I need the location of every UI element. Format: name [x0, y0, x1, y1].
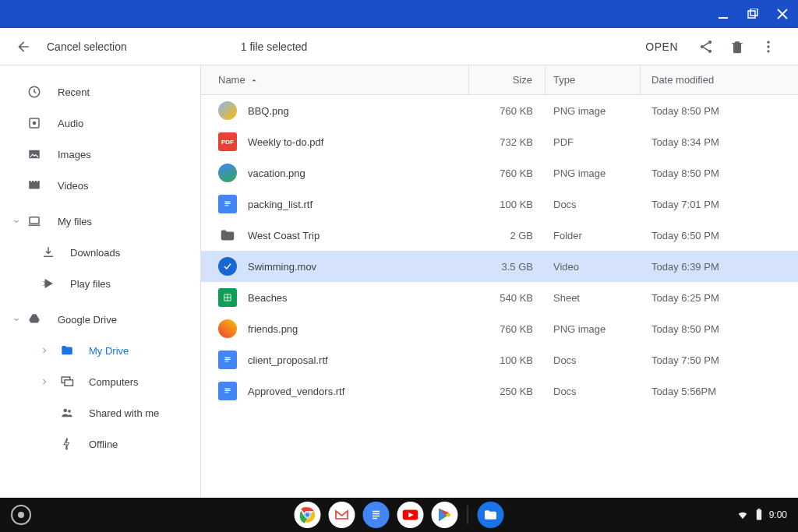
file-date: Today 8:50 PM	[641, 105, 798, 117]
file-row[interactable]: friends.png760 KBPNG imageToday 8:50 PM	[201, 313, 798, 344]
chrome-app-icon[interactable]	[295, 502, 321, 528]
file-date: Today 8:50 PM	[641, 167, 798, 179]
file-name: Beaches	[248, 292, 288, 304]
file-name: West Coast Trip	[248, 230, 320, 241]
chevron-down-icon	[9, 217, 23, 226]
sidebar-item-audio[interactable]: Audio	[0, 107, 200, 139]
share-icon[interactable]	[690, 31, 722, 62]
sidebar-item-label: Play files	[70, 278, 111, 290]
chevron-down-icon	[9, 315, 23, 324]
shelf: 9:00	[0, 498, 798, 532]
file-row[interactable]: BBQ.png760 KBPNG imageToday 8:50 PM	[201, 95, 798, 126]
delete-icon[interactable]	[722, 31, 753, 62]
cancel-selection-label[interactable]: Cancel selection	[47, 41, 127, 53]
selected-check-icon	[218, 257, 237, 276]
sheet-icon	[218, 288, 237, 307]
svg-point-21	[64, 409, 68, 413]
sidebar: Recent Audio Images Videos My files Down…	[0, 65, 201, 498]
doc-icon	[218, 382, 237, 400]
maximize-button[interactable]	[743, 5, 762, 23]
sidebar-item-recent[interactable]: Recent	[0, 76, 200, 107]
clock-label: 9:00	[769, 509, 787, 520]
column-size[interactable]: Size	[469, 65, 546, 94]
play-store-app-icon[interactable]	[432, 502, 458, 528]
images-icon	[26, 146, 42, 162]
sidebar-item-label: Shared with me	[89, 407, 159, 419]
sidebar-item-label: Recent	[58, 86, 90, 98]
drive-icon	[26, 312, 42, 327]
file-row[interactable]: vacation.png760 KBPNG imageToday 8:50 PM	[201, 157, 798, 188]
file-type: PNG image	[546, 167, 641, 179]
file-date: Today 6:39 PM	[641, 261, 798, 273]
file-size: 760 KB	[469, 323, 546, 335]
status-area[interactable]: 9:00	[736, 509, 787, 521]
file-name: packing_list.rtf	[248, 199, 312, 210]
sidebar-item-my-drive[interactable]: My Drive	[0, 335, 200, 366]
file-size: 732 KB	[469, 136, 546, 148]
svg-rect-27	[756, 510, 761, 520]
column-date[interactable]: Date modified	[641, 65, 798, 94]
file-row[interactable]: client_proposal.rtf100 KBDocsToday 7:50 …	[201, 344, 798, 375]
sidebar-item-label: My files	[58, 216, 92, 227]
sidebar-item-label: My Drive	[89, 345, 129, 357]
close-button[interactable]	[773, 5, 792, 23]
sidebar-item-images[interactable]: Images	[0, 139, 200, 170]
sidebar-item-computers[interactable]: Computers	[0, 366, 200, 397]
file-size: 3.5 GB	[469, 261, 546, 273]
file-list: Name Size Type Date modified BBQ.png760 …	[201, 65, 798, 498]
youtube-app-icon[interactable]	[397, 502, 424, 528]
launcher-button[interactable]	[11, 505, 31, 525]
svg-rect-18	[30, 217, 39, 224]
file-date: Today 8:34 PM	[641, 136, 798, 148]
sidebar-item-my-files[interactable]: My files	[0, 206, 200, 237]
file-date: Today 6:25 PM	[641, 292, 798, 304]
file-name: friends.png	[248, 323, 298, 335]
more-options-icon[interactable]	[753, 31, 784, 62]
wifi-icon	[736, 509, 749, 521]
sort-asc-icon	[250, 76, 258, 84]
column-type[interactable]: Type	[546, 65, 641, 94]
file-row[interactable]: Beaches540 KBSheetToday 6:25 PM	[201, 282, 798, 313]
sidebar-item-label: Downloads	[70, 247, 120, 259]
file-row[interactable]: packing_list.rtf100 KBDocsToday 7:01 PM	[201, 188, 798, 220]
chevron-right-icon	[37, 279, 51, 288]
column-type-label: Type	[553, 74, 575, 86]
docs-app-icon[interactable]	[363, 502, 390, 528]
file-type: Docs	[546, 386, 641, 397]
gmail-app-icon[interactable]	[329, 502, 355, 528]
sidebar-item-label: Google Drive	[58, 314, 117, 326]
audio-icon	[26, 115, 42, 131]
sidebar-item-label: Offline	[89, 439, 118, 450]
sidebar-item-shared[interactable]: Shared with me	[0, 397, 200, 428]
file-row[interactable]: PDFWeekly to-do.pdf732 KBPDFToday 8:34 P…	[201, 126, 798, 157]
open-button[interactable]: OPEN	[636, 36, 687, 58]
sidebar-item-google-drive[interactable]: Google Drive	[0, 304, 200, 335]
file-row[interactable]: Approved_vendors.rtf250 KBDocsToday 5:56…	[201, 375, 798, 407]
image-thumbnail-icon	[218, 164, 237, 182]
folder-icon	[59, 343, 75, 358]
svg-point-6	[767, 41, 769, 43]
sidebar-item-play-files[interactable]: Play files	[0, 268, 200, 299]
svg-rect-20	[65, 380, 73, 386]
files-app-icon[interactable]	[478, 502, 504, 528]
image-thumbnail-icon	[218, 319, 237, 338]
sidebar-item-offline[interactable]: Offline	[0, 428, 200, 460]
file-type: PNG image	[546, 323, 641, 335]
file-size: 760 KB	[469, 167, 546, 179]
window-titlebar	[0, 0, 798, 28]
file-name: Approved_vendors.rtf	[248, 386, 344, 397]
file-type: PNG image	[546, 105, 641, 117]
file-type: PDF	[546, 136, 641, 148]
file-row[interactable]: Swimming.mov3.5 GBVideoToday 6:39 PM	[201, 251, 798, 282]
svg-rect-17	[38, 181, 40, 182]
sidebar-item-label: Videos	[58, 180, 89, 192]
minimize-button[interactable]	[714, 5, 733, 23]
file-row[interactable]: West Coast Trip2 GBFolderToday 6:50 PM	[201, 220, 798, 251]
sidebar-item-downloads[interactable]: Downloads	[0, 237, 200, 268]
back-arrow-icon[interactable]	[14, 37, 33, 56]
column-name[interactable]: Name	[201, 65, 469, 94]
sidebar-item-videos[interactable]: Videos	[0, 170, 200, 201]
file-size: 100 KB	[469, 199, 546, 210]
file-date: Today 6:50 PM	[641, 230, 798, 241]
svg-rect-0	[719, 17, 728, 19]
